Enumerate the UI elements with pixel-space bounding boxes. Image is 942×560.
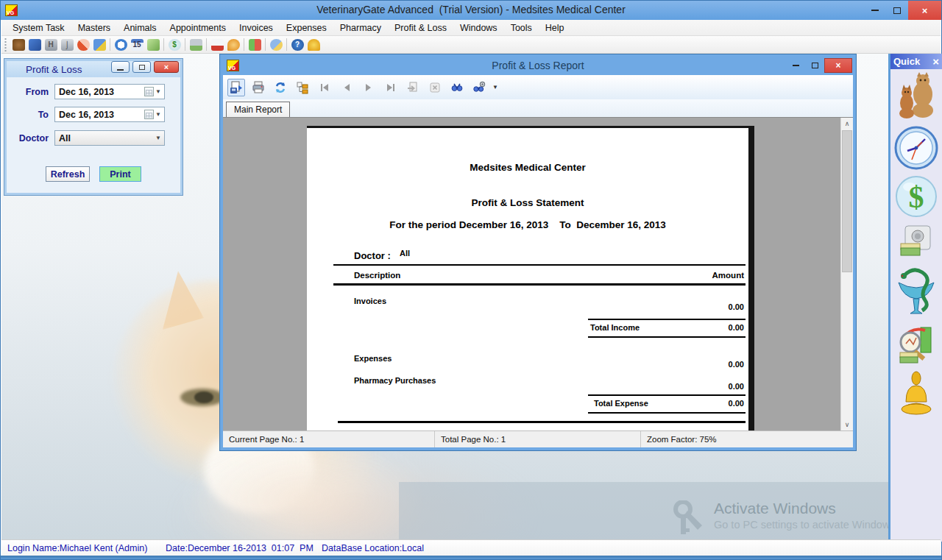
chevron-down-icon[interactable]: ▼ bbox=[154, 88, 164, 95]
pharmacy-bowl-icon[interactable] bbox=[894, 265, 938, 318]
dialog-maximize-button[interactable] bbox=[132, 61, 151, 73]
dollar-bubble-icon[interactable]: $ bbox=[895, 175, 938, 218]
activate-windows-subtext: Go to PC settings to activate Windows. bbox=[714, 519, 899, 531]
to-date-field[interactable]: Dec 16, 2013 ▼ bbox=[54, 107, 165, 122]
menu-masters[interactable]: Masters bbox=[71, 20, 117, 36]
help-icon[interactable]: ? bbox=[289, 38, 305, 52]
purchases-icon[interactable] bbox=[225, 38, 241, 52]
report-row-amount: 0.00 bbox=[597, 302, 744, 311]
report-vertical-scrollbar[interactable]: ∧ ∨ bbox=[840, 118, 853, 430]
to-date-value: Dec 16, 2013 bbox=[59, 110, 114, 120]
grooming-icon[interactable]: H bbox=[43, 38, 59, 52]
menu-appointments[interactable]: Appointments bbox=[163, 20, 233, 36]
menu-system-task[interactable]: System Task bbox=[6, 20, 71, 36]
menu-invoices[interactable]: Invoices bbox=[233, 20, 280, 36]
zoom-dropdown-arrow-icon[interactable]: ▼ bbox=[492, 84, 498, 91]
minimize-button[interactable] bbox=[864, 1, 886, 20]
scroll-up-icon[interactable]: ∧ bbox=[841, 118, 853, 130]
kitten-pupil bbox=[194, 391, 213, 403]
report-toolbar: ▼ bbox=[223, 75, 853, 99]
scrollbar-thumb[interactable] bbox=[842, 130, 852, 272]
main-toolbar: H ⌡ 15 $ ? bbox=[1, 36, 941, 54]
close-button[interactable]: × bbox=[908, 1, 941, 20]
export-report-icon[interactable] bbox=[227, 79, 245, 96]
bell-icon[interactable] bbox=[896, 371, 936, 418]
goto-page-icon[interactable] bbox=[404, 79, 422, 96]
pharmacy-icon[interactable] bbox=[209, 38, 225, 52]
find-text-icon[interactable] bbox=[448, 79, 466, 96]
svg-text:$: $ bbox=[909, 180, 924, 214]
lab-icon[interactable] bbox=[91, 38, 107, 52]
bell-icon[interactable] bbox=[305, 38, 322, 52]
report-total-income-amount: 0.00 bbox=[597, 323, 744, 332]
report-minimize-button[interactable] bbox=[786, 57, 805, 74]
next-page-icon[interactable] bbox=[360, 79, 378, 96]
dialog-close-button[interactable]: × bbox=[154, 61, 179, 73]
surgery-icon[interactable]: ⌡ bbox=[59, 38, 75, 52]
scroll-down-icon[interactable]: ∨ bbox=[841, 419, 853, 430]
report-maximize-button[interactable] bbox=[805, 57, 824, 74]
dollar-icon[interactable]: $ bbox=[166, 38, 183, 52]
calendar-icon[interactable]: 15 bbox=[129, 38, 145, 52]
report-close-button[interactable]: × bbox=[824, 58, 852, 73]
previous-page-icon[interactable] bbox=[338, 79, 355, 96]
window-title: VeterinaryGate Advanced (Trial Version) … bbox=[1, 4, 941, 15]
menu-help[interactable]: Help bbox=[539, 20, 571, 36]
profit-loss-dialog: Profit & Loss × From Dec 16, 2013 ▼ To D… bbox=[4, 58, 183, 196]
print-report-icon[interactable] bbox=[249, 79, 267, 96]
cash-box-icon[interactable] bbox=[898, 223, 935, 260]
report-row-label: Expenses bbox=[354, 354, 392, 363]
window-bottom-border bbox=[1, 556, 941, 559]
report-row-amount: 0.00 bbox=[597, 360, 744, 369]
last-page-icon[interactable] bbox=[382, 79, 400, 96]
quick-panel: Quick × bbox=[888, 54, 942, 542]
report-total-expense-amount: 0.00 bbox=[597, 399, 744, 408]
from-date-value: Dec 16, 2013 bbox=[59, 87, 114, 97]
menu-expenses[interactable]: Expenses bbox=[280, 20, 333, 36]
total-page-status: Total Page No.: 1 bbox=[435, 431, 641, 447]
dog-icon[interactable] bbox=[10, 38, 26, 52]
maximize-button[interactable] bbox=[886, 1, 908, 20]
pets-image[interactable] bbox=[895, 72, 938, 121]
menubar: System Task Masters Animals Appointments… bbox=[1, 20, 941, 36]
tab-main-report[interactable]: Main Report bbox=[226, 102, 290, 117]
print-button[interactable]: Print bbox=[99, 166, 141, 182]
animal-records-icon[interactable] bbox=[26, 38, 43, 52]
report-statement-title: Profit & Loss Statement bbox=[307, 197, 748, 208]
dialog-minimize-button[interactable] bbox=[111, 61, 130, 73]
menu-profit-loss[interactable]: Profit & Loss bbox=[388, 20, 453, 36]
calendar-icon[interactable] bbox=[144, 87, 154, 96]
close-view-icon[interactable] bbox=[426, 79, 444, 96]
report-col-description: Description bbox=[354, 271, 400, 280]
profit-chart-icon[interactable] bbox=[247, 38, 263, 52]
report-center-name: Medsites Medical Center bbox=[307, 162, 748, 173]
chevron-down-icon: ▼ bbox=[154, 135, 164, 141]
report-row-amount: 0.00 bbox=[597, 382, 744, 391]
clock-icon[interactable] bbox=[894, 126, 938, 170]
refresh-button[interactable]: Refresh bbox=[46, 166, 90, 182]
main-window: VG VeterinaryGate Advanced (Trial Versio… bbox=[0, 0, 942, 560]
toolbar-grip[interactable] bbox=[4, 38, 7, 52]
group-tree-icon[interactable] bbox=[294, 79, 311, 96]
from-date-field[interactable]: Dec 16, 2013 ▼ bbox=[54, 84, 165, 99]
clock-icon[interactable] bbox=[113, 38, 129, 52]
refresh-report-icon[interactable] bbox=[272, 79, 289, 96]
dialog-title: Profit & Loss bbox=[26, 64, 82, 75]
windows-icon[interactable] bbox=[268, 38, 284, 52]
chevron-down-icon[interactable]: ▼ bbox=[154, 111, 164, 118]
first-page-icon[interactable] bbox=[316, 79, 333, 96]
quick-panel-close-icon[interactable]: × bbox=[932, 56, 939, 67]
calendar-icon[interactable] bbox=[144, 110, 154, 119]
zoom-icon[interactable] bbox=[470, 79, 488, 96]
menu-pharmacy[interactable]: Pharmacy bbox=[333, 20, 388, 36]
expenses-icon[interactable] bbox=[188, 38, 204, 52]
report-search-icon[interactable] bbox=[896, 323, 937, 366]
invoice-icon[interactable] bbox=[145, 38, 161, 52]
doctor-select[interactable]: All ▼ bbox=[54, 130, 165, 146]
report-titlebar[interactable]: VG Profit & Loss Report × bbox=[222, 57, 854, 74]
menu-animals[interactable]: Animals bbox=[117, 20, 163, 36]
menu-windows[interactable]: Windows bbox=[453, 20, 504, 36]
menu-tools[interactable]: Tools bbox=[504, 20, 539, 36]
quick-panel-header: Quick × bbox=[890, 54, 942, 69]
medicine-icon[interactable] bbox=[75, 38, 91, 52]
